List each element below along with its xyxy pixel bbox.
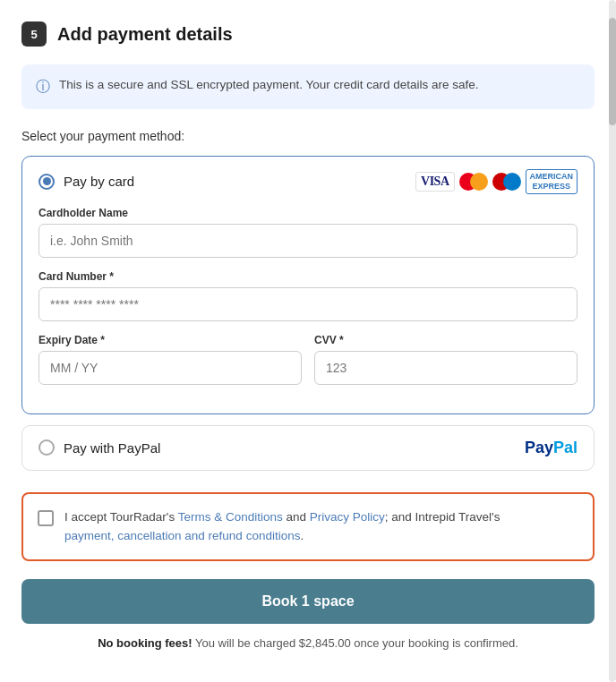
terms-text-middle: and <box>283 510 310 524</box>
cvv-label: CVV * <box>314 334 578 346</box>
cvv-field: CVV * <box>314 334 578 385</box>
paypal-radio[interactable] <box>38 439 55 456</box>
pay-with-paypal-header[interactable]: Pay with PayPal PayPal <box>22 426 594 470</box>
terms-text: I accept TourRadar's Terms & Conditions … <box>64 508 500 546</box>
paypal-label: Pay with PayPal <box>64 440 160 456</box>
terms-checkbox-wrapper[interactable] <box>38 510 54 526</box>
visa-logo: VISA <box>415 172 454 192</box>
maestro-logo <box>492 173 521 191</box>
info-icon: ⓘ <box>36 78 50 97</box>
expiry-date-field: Expiry Date * <box>38 334 302 385</box>
pay-by-card-option[interactable]: Pay by card VISA AMERICANEXPRESS <box>21 156 595 414</box>
terms-text-before: I accept TourRadar's <box>64 510 178 524</box>
info-banner-text: This is a secure and SSL encrypted payme… <box>59 77 479 94</box>
cardholder-name-label: Cardholder Name <box>38 207 578 219</box>
card-form: Cardholder Name Card Number * Expiry Dat… <box>22 207 594 413</box>
pay-by-card-radio[interactable] <box>38 174 55 190</box>
privacy-policy-link[interactable]: Privacy Policy <box>310 510 385 524</box>
step-header: 5 Add payment details <box>21 21 595 47</box>
amex-logo: AMERICANEXPRESS <box>526 169 578 194</box>
pay-by-card-left: Pay by card <box>38 174 134 190</box>
step-badge: 5 <box>21 21 47 47</box>
scrollbar[interactable] <box>609 0 616 682</box>
payment-methods-container: Pay by card VISA AMERICANEXPRESS <box>21 156 595 471</box>
info-banner: ⓘ This is a secure and SSL encrypted pay… <box>21 64 595 109</box>
cardholder-name-input[interactable] <box>38 224 578 258</box>
cardholder-name-field: Cardholder Name <box>38 207 578 258</box>
payment-conditions-link[interactable]: payment, cancellation and refund conditi… <box>64 529 300 542</box>
mastercard-logo <box>459 173 488 191</box>
scrollbar-thumb[interactable] <box>609 18 616 125</box>
pay-by-card-header[interactable]: Pay by card VISA AMERICANEXPRESS <box>22 157 594 207</box>
expiry-cvv-row: Expiry Date * CVV * <box>38 334 578 385</box>
terms-text-after: ; and Intrepid Travel's <box>385 510 500 524</box>
book-button[interactable]: Book 1 space <box>21 579 595 624</box>
no-fees-bold: No booking fees! <box>98 636 192 650</box>
card-number-input[interactable] <box>38 287 578 321</box>
terms-checkbox[interactable] <box>38 510 54 526</box>
page-title: Add payment details <box>57 24 233 45</box>
card-number-field: Card Number * <box>38 270 578 321</box>
pay-with-paypal-option[interactable]: Pay with PayPal PayPal <box>21 425 595 471</box>
no-fees-text: No booking fees! You will be charged $2,… <box>21 636 595 650</box>
expiry-date-input[interactable] <box>38 351 302 385</box>
card-logos: VISA AMERICANEXPRESS <box>415 169 578 194</box>
pay-by-card-label: Pay by card <box>64 174 134 189</box>
paypal-logo: PayPal <box>525 439 578 457</box>
section-label: Select your payment method: <box>21 129 595 143</box>
terms-box: I accept TourRadar's Terms & Conditions … <box>21 492 595 562</box>
cvv-input[interactable] <box>314 351 578 385</box>
terms-text-end: . <box>300 529 304 542</box>
expiry-date-label: Expiry Date * <box>38 334 302 346</box>
no-fees-normal: You will be charged $2,845.00 once your … <box>192 636 518 650</box>
card-number-label: Card Number * <box>38 270 578 283</box>
terms-conditions-link[interactable]: Terms & Conditions <box>178 510 283 524</box>
paypal-option-left: Pay with PayPal <box>38 439 160 456</box>
